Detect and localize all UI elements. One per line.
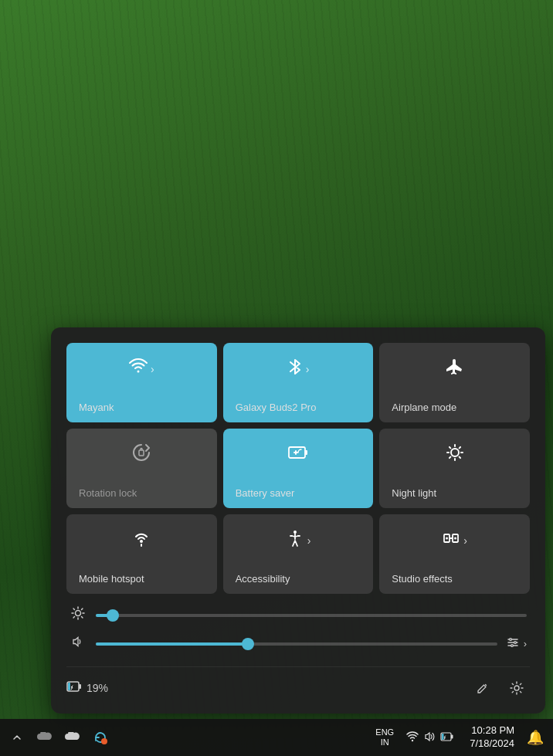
datetime[interactable]: 10:28 PM 7/18/2024 [463, 723, 521, 752]
airplane-icon-area [392, 358, 517, 381]
volume-icon [70, 635, 87, 653]
volume-extra: › [507, 636, 527, 651]
wifi-label: Mayank [66, 395, 217, 422]
svg-rect-32 [68, 683, 70, 690]
edit-button[interactable] [470, 675, 496, 701]
bluetooth-icon [287, 358, 303, 381]
airplane-tile[interactable]: Airplane mode [379, 343, 530, 422]
bluetooth-tile[interactable]: › Galaxy Buds2 Pro [223, 343, 374, 422]
language-region: IN [381, 737, 389, 748]
wifi-arrow-icon: › [151, 363, 154, 375]
studio-effects-tile[interactable]: › Studio effects [379, 514, 530, 594]
volume-mixer-icon[interactable] [507, 636, 519, 651]
language-indicator[interactable]: ENG IN [372, 726, 397, 749]
svg-point-36 [412, 739, 413, 741]
volume-fill [96, 642, 248, 646]
night-light-tile[interactable]: Night light [379, 429, 530, 508]
airplane-label: Airplane mode [379, 395, 530, 422]
svg-line-10 [459, 457, 460, 458]
svg-line-9 [450, 447, 450, 448]
language-text: ENG [375, 727, 394, 737]
svg-rect-38 [442, 734, 444, 740]
taskbar-refresh-icon[interactable] [90, 727, 111, 748]
hotspot-icon-area [79, 529, 205, 552]
svg-rect-39 [451, 734, 453, 738]
quick-settings-panel: › Mayank › Galaxy Buds2 Pro [51, 327, 545, 714]
time-display: 10:28 PM [470, 724, 514, 737]
accessibility-label: Accessibility [223, 567, 374, 594]
airplane-icon [446, 358, 464, 381]
bluetooth-icon-area: › [236, 358, 361, 381]
svg-point-30 [511, 645, 513, 647]
night-light-label: Night light [379, 481, 530, 508]
taskbar-cloud-light-icon[interactable] [62, 727, 83, 748]
hotspot-icon [132, 529, 151, 552]
wifi-icon-area: › [79, 358, 205, 381]
night-light-icon [446, 443, 464, 466]
volume-mixer-arrow-icon[interactable]: › [524, 638, 527, 649]
svg-rect-33 [79, 684, 81, 689]
svg-point-19 [76, 611, 81, 616]
brightness-icon [70, 606, 87, 624]
system-tray[interactable] [400, 727, 460, 748]
taskbar-cloud-dark-icon[interactable] [34, 727, 56, 748]
rotation-lock-label: Rotation lock [66, 481, 217, 508]
accessibility-icon [286, 529, 304, 552]
settings-button[interactable] [504, 675, 530, 701]
brightness-slider[interactable] [96, 608, 527, 623]
svg-line-24 [73, 609, 74, 609]
svg-point-17 [446, 537, 448, 540]
tray-battery-icon [440, 731, 454, 744]
battery-saver-tile[interactable]: Battery saver [223, 429, 374, 508]
svg-line-12 [459, 447, 460, 448]
panel-bottom: 19% [66, 666, 530, 701]
battery-saver-icon-area [236, 443, 361, 466]
svg-point-34 [514, 686, 519, 690]
svg-point-35 [101, 738, 107, 744]
night-light-icon-area [392, 443, 517, 466]
bluetooth-label: Galaxy Buds2 Pro [223, 395, 374, 422]
battery-saver-icon [288, 443, 308, 466]
svg-line-27 [82, 609, 83, 609]
accessibility-icon-area: › [236, 529, 361, 552]
rotation-lock-tile[interactable]: Rotation lock [66, 429, 217, 508]
svg-point-4 [451, 449, 459, 456]
mobile-hotspot-label: Mobile hotspot [66, 567, 217, 594]
taskbar-right: ENG IN [372, 723, 547, 752]
wifi-icon [129, 358, 148, 381]
bluetooth-arrow-icon: › [306, 363, 310, 375]
volume-thumb[interactable] [242, 638, 254, 650]
notification-bell-icon[interactable]: 🔔 [524, 726, 547, 749]
accessibility-tile[interactable]: › Accessibility [223, 514, 374, 594]
studio-effects-label: Studio effects [379, 567, 530, 594]
brightness-slider-row [70, 606, 527, 624]
studio-effects-arrow-icon: › [463, 534, 467, 547]
brightness-thumb[interactable] [107, 609, 119, 622]
taskbar: ENG IN [0, 719, 553, 756]
svg-line-11 [450, 457, 450, 458]
studio-effects-icon [442, 529, 460, 552]
battery-percent: 19% [87, 682, 108, 694]
tiles-grid: › Mayank › Galaxy Buds2 Pro [66, 343, 530, 594]
svg-rect-1 [139, 450, 144, 456]
battery-icon [66, 680, 82, 696]
battery-saver-label: Battery saver [223, 481, 374, 508]
battery-info: 19% [66, 680, 108, 696]
tray-wifi-icon [406, 731, 419, 744]
sliders-section: › [66, 603, 530, 666]
volume-slider[interactable] [96, 636, 497, 652]
accessibility-arrow-icon: › [307, 534, 311, 547]
taskbar-left [6, 727, 111, 748]
studio-effects-icon-area: › [392, 529, 517, 552]
chevron-up-icon[interactable] [6, 727, 28, 748]
rotation-lock-icon [132, 443, 151, 466]
svg-point-29 [514, 642, 516, 644]
svg-point-28 [509, 639, 511, 641]
panel-actions [470, 675, 530, 701]
svg-point-13 [140, 540, 143, 543]
mobile-hotspot-tile[interactable]: Mobile hotspot [66, 514, 217, 594]
svg-rect-3 [305, 450, 307, 455]
tray-volume-icon [423, 731, 436, 745]
rotation-lock-icon-area [79, 443, 205, 466]
wifi-tile[interactable]: › Mayank [66, 343, 217, 422]
